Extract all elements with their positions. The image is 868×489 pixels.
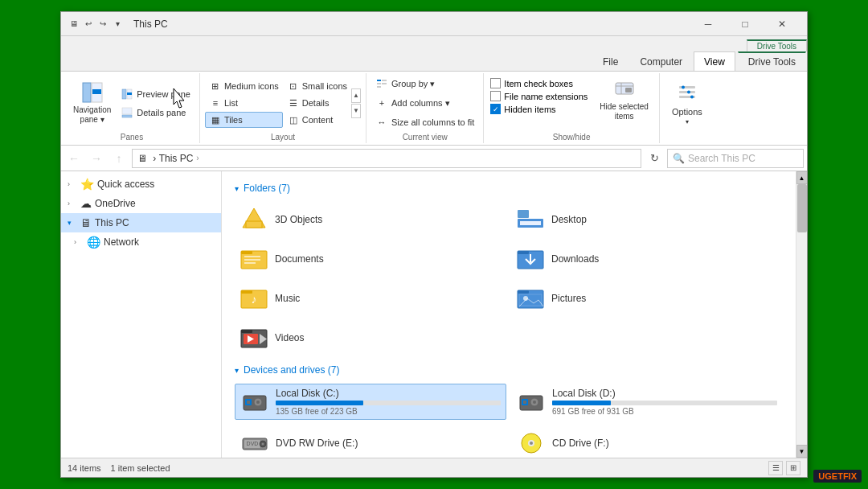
search-box[interactable]: 🔍 Search This PC: [667, 149, 804, 168]
preview-pane-button[interactable]: Preview pane: [117, 85, 194, 103]
layout-arrow-up[interactable]: ▲: [351, 88, 361, 103]
drive-item-d[interactable]: Local Disk (D:) 691 GB free of 931 GB: [511, 384, 783, 420]
qat-dropdown[interactable]: ▾: [111, 18, 124, 31]
sidebar-item-this-pc[interactable]: ▾ 🖥 This PC: [61, 213, 221, 232]
navigation-pane-button[interactable]: Navigationpane ▾: [69, 79, 115, 127]
folder-item-3dobjects[interactable]: 3D Objects: [235, 202, 506, 236]
drive-item-f[interactable]: CD Drive (F:): [511, 425, 783, 458]
sidebar-item-network[interactable]: › 🌐 Network: [61, 232, 221, 252]
close-button[interactable]: ✕: [764, 12, 800, 36]
medium-icons-btn[interactable]: ⊞ Medium icons: [205, 78, 283, 94]
folder-label-pictures: Pictures: [551, 293, 586, 304]
qat-icon-1[interactable]: 🖥: [68, 18, 80, 31]
network-chevron: ›: [74, 238, 84, 246]
folders-section-header[interactable]: ▾ Folders (7): [235, 183, 783, 194]
small-icons-icon: ⊡: [287, 80, 300, 92]
onedrive-chevron: ›: [68, 199, 77, 208]
svg-rect-16: [625, 88, 632, 92]
folder-item-desktop[interactable]: Desktop: [511, 202, 783, 236]
window-controls: ─ □ ✕: [690, 12, 800, 36]
file-name-extensions-checkbox[interactable]: File name extensions: [490, 91, 588, 101]
folder-label-downloads: Downloads: [551, 253, 599, 265]
hide-selected-button[interactable]: Hide selecteditems: [594, 75, 654, 123]
details-pane-button[interactable]: Details pane: [117, 104, 194, 121]
tab-drive-tools[interactable]: Drive Tools: [738, 51, 806, 71]
folder-item-videos[interactable]: Videos: [235, 320, 506, 355]
svg-rect-31: [244, 259, 260, 261]
file-explorer-window: 🖥 ↩ ↪ ▾ This PC ─ □ ✕ Drive Tools File C…: [60, 11, 808, 478]
folder-item-music[interactable]: ♪ Music: [235, 281, 506, 315]
scroll-thumb[interactable]: [797, 184, 807, 232]
address-path[interactable]: 🖥 › This PC ›: [132, 149, 641, 168]
folders-chevron: ▾: [235, 184, 239, 193]
show-hide-group-label: Show/hide: [489, 131, 654, 142]
sidebar-item-onedrive[interactable]: › ☁ OneDrive: [61, 194, 221, 213]
drive-item-c[interactable]: Local Disk (C:) 135 GB free of 223 GB: [235, 384, 506, 420]
drive-info-d: Local Disk (D:) 691 GB free of 931 GB: [552, 388, 777, 416]
drives-section-header[interactable]: ▾ Devices and drives (7): [235, 364, 783, 376]
folder-item-pictures[interactable]: Pictures: [511, 281, 783, 315]
scroll-up-button[interactable]: ▲: [796, 171, 808, 184]
qat-redo[interactable]: ↪: [96, 18, 109, 31]
options-button[interactable]: Options ▾: [665, 79, 710, 127]
onedrive-label: OneDrive: [95, 198, 215, 209]
details-btn[interactable]: ☰ Details: [283, 95, 351, 111]
layout-content: ⊞ Medium icons ≡ List ▦ Tiles ⊡: [205, 75, 361, 131]
scroll-down-button[interactable]: ▼: [796, 445, 808, 458]
tiles-icon: ▦: [209, 113, 222, 126]
back-button[interactable]: ←: [64, 149, 84, 168]
layout-arrow-down[interactable]: ▼: [351, 104, 361, 118]
small-icons-btn[interactable]: ⊡ Small icons: [283, 78, 351, 94]
scrollbar[interactable]: ▲ ▼: [796, 171, 807, 458]
item-check-boxes-checkbox[interactable]: Item check boxes: [490, 78, 588, 88]
maximize-button[interactable]: □: [727, 12, 764, 36]
drive-item-e[interactable]: DVD DVD RW Drive (E:): [235, 425, 506, 458]
minimize-button[interactable]: ─: [690, 12, 727, 36]
view-tiles-button[interactable]: ⊞: [786, 461, 800, 475]
svg-text:♪: ♪: [252, 293, 257, 306]
folder-item-downloads[interactable]: Downloads: [511, 241, 783, 276]
size-all-columns-btn[interactable]: ↔ Size all columns to fit: [371, 113, 478, 131]
up-button[interactable]: ↑: [109, 149, 129, 168]
tiles-btn[interactable]: ▦ Tiles: [205, 112, 283, 128]
folder-item-documents[interactable]: Documents: [235, 241, 506, 276]
address-chevron: ›: [196, 154, 199, 162]
status-left: 14 items 1 item selected: [68, 463, 170, 473]
sidebar: › ⭐ Quick access › ☁ OneDrive ▾ 🖥 This P…: [61, 171, 222, 458]
svg-point-64: [530, 442, 533, 445]
group-by-btn[interactable]: Group by ▾: [371, 75, 439, 92]
add-columns-btn[interactable]: + Add columns ▾: [371, 94, 454, 112]
qat-undo[interactable]: ↩: [82, 18, 95, 31]
size-all-icon: ↔: [375, 116, 388, 129]
tab-view[interactable]: View: [694, 51, 735, 71]
network-icon: 🌐: [87, 236, 100, 249]
content-btn[interactable]: ◫ Content: [283, 112, 351, 128]
quick-access-label: Quick access: [97, 179, 215, 190]
drive-tools-label: Drive Tools: [747, 39, 807, 51]
svg-point-20: [682, 85, 685, 88]
refresh-button[interactable]: ↻: [645, 149, 664, 168]
content-area: ▾ Folders (7) 3D Objects: [222, 171, 796, 458]
details-pane-label: Details pane: [137, 108, 186, 117]
address-path-text: ›: [150, 153, 159, 164]
forward-button[interactable]: →: [87, 149, 106, 168]
items-count: 14 items: [68, 463, 101, 473]
svg-rect-9: [382, 80, 387, 81]
tab-computer[interactable]: Computer: [629, 51, 693, 71]
svg-rect-27: [520, 221, 541, 225]
drive-info-f: CD Drive (F:): [552, 438, 777, 449]
layout-arrows: ▲ ▼: [351, 88, 361, 118]
list-btn[interactable]: ≡ List: [205, 95, 283, 111]
options-group-spacer: ─: [665, 131, 710, 142]
drive-icon-f: [517, 429, 546, 457]
drives-grid: Local Disk (C:) 135 GB free of 223 GB: [235, 384, 783, 458]
svg-rect-43: [241, 330, 252, 333]
view-details-button[interactable]: ☰: [768, 461, 783, 475]
tab-file[interactable]: File: [592, 51, 628, 71]
hidden-items-checkbox[interactable]: ✓ Hidden items: [490, 104, 588, 114]
layout-col2: ⊡ Small icons ☰ Details ◫ Content: [283, 78, 351, 128]
options-label: Options: [672, 107, 702, 117]
sidebar-item-quick-access[interactable]: › ⭐ Quick access: [61, 175, 221, 194]
folder-icon-pictures: [516, 284, 545, 312]
main-area: › ⭐ Quick access › ☁ OneDrive ▾ 🖥 This P…: [61, 171, 807, 458]
